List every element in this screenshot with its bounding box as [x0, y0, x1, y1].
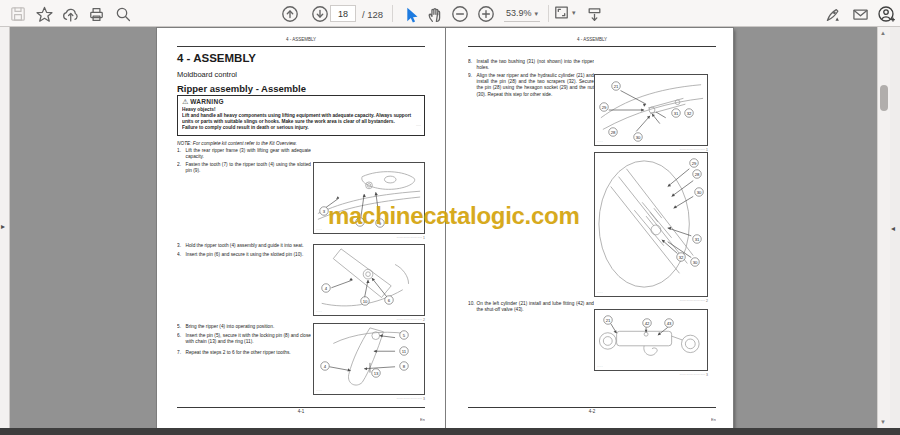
figure-caption: ······················ 2	[594, 299, 708, 303]
step-item: 4.Insert the pin (6) and secure it using…	[177, 251, 311, 257]
save-button[interactable]	[8, 4, 28, 24]
fill-sign-button[interactable]	[822, 4, 842, 24]
print-icon	[88, 6, 105, 23]
scrollbar-thumb[interactable]	[880, 85, 888, 111]
previous-page-button[interactable]	[280, 4, 300, 24]
figure-caption: ······················ 3	[313, 397, 425, 401]
figure-ripper-pin: ····· 5118413	[313, 323, 425, 395]
zoom-level-value: 53.9%	[506, 8, 532, 18]
warning-box: ⚠ WARNING Heavy objects! Lift and handle…	[177, 95, 425, 136]
page-total-label: / 128	[362, 9, 383, 20]
print-button[interactable]	[86, 4, 106, 24]
header-rule	[177, 46, 425, 47]
figure-callout: 6	[384, 295, 393, 304]
page-up-icon	[281, 5, 299, 23]
figure-callout: 31	[692, 234, 701, 243]
chevron-down-icon: ▾	[572, 9, 576, 16]
warning-body: Lift and handle all heavy components usi…	[182, 112, 421, 124]
zoom-out-button[interactable]	[450, 4, 470, 24]
star-icon	[36, 6, 53, 23]
fit-page-dropdown[interactable]: ▾	[553, 4, 576, 21]
figure-callout: 29	[689, 159, 698, 168]
page-number-input[interactable]	[330, 5, 356, 22]
figure-drawing	[314, 245, 424, 315]
fill-sign-pen-icon	[824, 6, 841, 23]
figure-cylinder-mount: ····· 212931322830	[594, 74, 708, 146]
figure-rear-ripper: ····· 292830313230	[594, 152, 708, 297]
step-item: 6.Insert the pin (5), secure it with the…	[177, 332, 311, 345]
toolbar-divider	[392, 5, 393, 22]
footer-rule	[468, 407, 716, 408]
figure-callout: 4	[321, 362, 330, 371]
figure-callout: 30	[695, 187, 704, 196]
vertical-scrollbar[interactable]: ▲ ▼	[877, 27, 890, 428]
chevron-down-icon: ▾	[535, 10, 539, 17]
language-code: En	[177, 417, 425, 422]
figure-caption: ······················ 2	[313, 318, 425, 322]
collapse-pane-icon[interactable]: ◂	[891, 224, 895, 233]
watermark-text: machinecatalogic.com	[328, 202, 579, 230]
figure-caption: ······················ 1	[594, 148, 708, 152]
subheading: Moldboard control	[177, 70, 237, 79]
running-header: 4 - ASSEMBLY	[468, 37, 716, 43]
note-text: NOTE: For complete kit content refer to …	[177, 140, 311, 146]
warning-ref-code: ·····	[416, 125, 421, 131]
header-rule	[468, 46, 716, 47]
expand-nav-icon[interactable]: ▸	[1, 222, 5, 231]
running-header: 4 - ASSEMBLY	[177, 37, 425, 43]
email-icon	[852, 6, 869, 23]
save-icon	[10, 6, 26, 22]
figure-callout: 10	[360, 297, 369, 306]
star-button[interactable]	[34, 4, 54, 24]
figure-caption: ······················ 1	[313, 236, 425, 240]
toolbar: / 128 53.9% ▾ ▾	[0, 0, 900, 27]
page-number: 4-2	[468, 409, 716, 415]
figure-part-code: ·····	[597, 365, 603, 369]
section-heading: Ripper assembly - Assemble	[177, 83, 306, 94]
figure-drawing	[595, 153, 707, 296]
figure-callout: 32	[685, 108, 694, 117]
fit-page-icon	[553, 4, 570, 21]
next-page-button[interactable]	[310, 4, 330, 24]
language-code: En	[468, 417, 716, 422]
figure-part-code: ·····	[597, 140, 603, 144]
hand-tool-button[interactable]	[424, 4, 444, 24]
tools-pane-collapsed[interactable]: ◂	[890, 27, 900, 428]
scroll-down-icon[interactable]: ▼	[880, 419, 886, 425]
step-item: 7.Repeat the steps 2 to 6 for the other …	[177, 349, 311, 355]
step-item: 10.On the left cylinder (21) install and…	[468, 300, 594, 313]
figure-caption: ······················ 3	[594, 373, 708, 377]
select-cursor-icon	[402, 6, 419, 23]
zoom-in-button[interactable]	[476, 4, 496, 24]
figure-hydraulic-cylinder: ····· 214243	[594, 309, 708, 371]
scroll-up-icon[interactable]: ▲	[880, 30, 886, 36]
step-item: 3.Hold the ripper tooth (4) assembly and…	[177, 242, 311, 248]
figure-part-code: ·····	[316, 389, 322, 393]
figure-callout: 42	[642, 319, 651, 328]
step-item: 9.Align the rear ripper and the hydrauli…	[468, 72, 594, 97]
scroll-mode-button[interactable]	[584, 4, 604, 24]
scroll-mode-icon	[586, 6, 603, 23]
account-button[interactable]	[876, 4, 896, 24]
find-button[interactable]	[113, 4, 133, 24]
share-button[interactable]	[60, 4, 80, 24]
warning-footer: Failure to comply could result in death …	[182, 125, 309, 131]
account-icon	[877, 5, 895, 23]
zoom-in-icon	[477, 5, 495, 23]
share-upload-icon	[62, 6, 79, 23]
step-item: 8.Install the two bushing (31) (not show…	[468, 58, 594, 71]
zoom-level-dropdown[interactable]: 53.9% ▾	[504, 5, 540, 22]
figure-callout: 13	[371, 369, 380, 378]
figure-callout: 30	[633, 132, 642, 141]
figure-ripper-tooth: ····· 4106	[313, 244, 425, 316]
nav-pane-collapsed[interactable]: ▸	[0, 27, 10, 428]
zoom-out-icon	[451, 5, 469, 23]
toolbar-divider	[548, 5, 549, 22]
page-down-icon	[311, 5, 329, 23]
figure-callout: 11	[400, 346, 409, 355]
select-tool-button[interactable]	[400, 4, 420, 24]
hand-tool-icon	[426, 6, 443, 23]
email-button[interactable]	[850, 4, 870, 24]
bottom-edge	[0, 428, 900, 435]
search-icon	[115, 6, 132, 23]
